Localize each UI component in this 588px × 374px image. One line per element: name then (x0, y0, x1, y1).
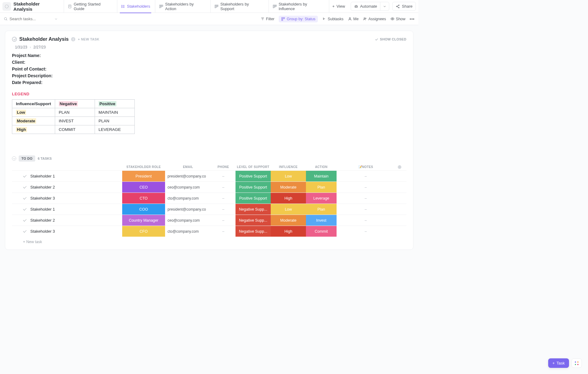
phone-cell[interactable]: – (211, 171, 236, 181)
task-name-cell[interactable]: Stakeholder 1 (12, 171, 122, 181)
me-button[interactable]: Me (348, 17, 359, 21)
group-by-button[interactable]: Group by: Status (279, 16, 318, 22)
table-row[interactable]: Stakeholder 3CFOcto@company.com–Negative… (12, 226, 406, 237)
table-row[interactable]: Stakeholder 2CEOceo@company.com–Positive… (12, 181, 406, 193)
share-button[interactable]: Share (392, 2, 416, 11)
col-action[interactable]: ACTION (306, 163, 337, 170)
more-button[interactable]: ••• (410, 17, 415, 21)
add-view-button[interactable]: + View (329, 0, 348, 13)
email-cell[interactable]: ceo@company.com (165, 215, 211, 226)
influence-tag[interactable]: Moderate (271, 182, 306, 193)
support-tag[interactable]: Positive Support (236, 171, 271, 181)
col-notes[interactable]: 📝NOTES (337, 163, 395, 170)
phone-cell[interactable]: – (211, 204, 236, 215)
task-name-cell[interactable]: Stakeholder 2 (12, 215, 122, 226)
task-name-cell[interactable]: Stakeholder 3 (12, 226, 122, 237)
chevron-down-icon[interactable] (54, 17, 58, 21)
influence-tag[interactable]: High (271, 226, 306, 237)
tab-getting-started[interactable]: Getting Started Guide (64, 0, 116, 13)
group-collapse-icon[interactable] (12, 156, 16, 161)
role-tag[interactable]: President (122, 171, 165, 181)
app-logo-icon[interactable] (2, 2, 11, 11)
action-tag[interactable]: Leverage (306, 193, 337, 204)
new-task-row[interactable]: + New task (12, 237, 406, 245)
table-row[interactable]: Stakeholder 2Country Managerceo@company.… (12, 215, 406, 226)
col-phone[interactable]: PHONE (211, 163, 236, 170)
role-tag[interactable]: CEO (122, 182, 165, 193)
phone-cell[interactable]: – (211, 193, 236, 204)
date-range[interactable]: 1/31/23 › 2/27/23 (15, 45, 406, 49)
check-icon[interactable] (23, 207, 27, 212)
tab-by-influence[interactable]: Stakeholders by Influence (269, 0, 328, 13)
check-icon[interactable] (23, 185, 27, 189)
support-tag[interactable]: Positive Support (236, 193, 271, 204)
support-tag[interactable]: Positive Support (236, 182, 271, 193)
check-icon[interactable] (23, 196, 27, 200)
tab-by-support[interactable]: Stakeholders by Support (210, 0, 267, 13)
col-influence[interactable]: INFLUENCE (271, 163, 306, 170)
influence-tag[interactable]: Low (271, 171, 306, 181)
influence-tag[interactable]: Moderate (271, 215, 306, 226)
tab-by-action[interactable]: Stakeholders by Action (155, 0, 209, 13)
phone-cell[interactable]: – (211, 182, 236, 193)
email-cell[interactable]: president@company.co (165, 204, 211, 215)
col-email[interactable]: EMAIL (165, 163, 211, 170)
table-row[interactable]: Stakeholder 1Presidentpresident@company.… (12, 170, 406, 181)
action-tag[interactable]: Plan (306, 204, 337, 215)
action-tag[interactable]: Commit (306, 226, 337, 237)
col-support[interactable]: LEVEL OF SUPPORT (236, 163, 271, 170)
email-cell[interactable]: cto@company.com (165, 226, 211, 237)
check-icon[interactable] (23, 229, 27, 234)
automate-dropdown[interactable] (380, 2, 389, 11)
info-icon[interactable]: i (71, 37, 75, 41)
table-row[interactable]: Stakeholder 1COOpresident@company.co–Neg… (12, 204, 406, 215)
show-closed-button[interactable]: SHOW CLOSED (375, 37, 406, 41)
email-cell[interactable]: ceo@company.com (165, 182, 211, 193)
email-cell[interactable]: cto@company.com (165, 193, 211, 204)
phone-cell[interactable]: – (211, 215, 236, 226)
status-pill[interactable]: TO DO (19, 155, 35, 162)
role-tag[interactable]: CFO (122, 226, 165, 237)
table-row[interactable]: Stakeholder 3CTOcto@company.com–Positive… (12, 193, 406, 204)
role-tag[interactable]: CTO (122, 193, 165, 204)
search-box[interactable] (4, 17, 65, 21)
action-tag[interactable]: Maintain (306, 171, 337, 181)
support-tag[interactable]: Negative Supp... (236, 226, 271, 237)
svg-rect-34 (284, 17, 285, 19)
add-column-button[interactable]: ⊕ (395, 164, 404, 170)
email-cell[interactable]: president@company.co (165, 171, 211, 181)
action-tag[interactable]: Plan (306, 182, 337, 193)
influence-tag[interactable]: High (271, 193, 306, 204)
search-input[interactable] (9, 17, 52, 21)
tab-label: Stakeholders by Influence (279, 2, 324, 11)
task-name-cell[interactable]: Stakeholder 3 (12, 193, 122, 204)
notes-cell[interactable]: – (337, 215, 395, 226)
support-tag[interactable]: Negative Supp... (236, 215, 271, 226)
check-icon[interactable] (23, 218, 27, 223)
notes-cell[interactable]: – (337, 204, 395, 215)
task-name-cell[interactable]: Stakeholder 1 (12, 204, 122, 215)
role-tag[interactable]: COO (122, 204, 165, 215)
action-tag[interactable]: Invest (306, 215, 337, 226)
filter-button[interactable]: Filter (261, 17, 275, 21)
notes-cell[interactable]: – (337, 193, 395, 204)
notes-cell[interactable]: – (337, 226, 395, 237)
assignees-button[interactable]: Assignees (363, 17, 386, 21)
notes-cell[interactable]: – (337, 171, 395, 181)
col-role[interactable]: STAKEHOLDER ROLE (122, 163, 165, 170)
search-icon (4, 17, 8, 21)
role-tag[interactable]: Country Manager (122, 215, 165, 226)
tab-stakeholders[interactable]: Stakeholders (117, 0, 154, 13)
phone-cell[interactable]: – (211, 226, 236, 237)
influence-tag[interactable]: Low (271, 204, 306, 215)
check-icon[interactable] (23, 174, 27, 178)
task-name-cell[interactable]: Stakeholder 2 (12, 182, 122, 193)
subtasks-button[interactable]: Subtasks (322, 17, 343, 21)
svg-line-27 (397, 6, 399, 7)
support-tag[interactable]: Negative Supp... (236, 204, 271, 215)
show-button[interactable]: Show (390, 17, 405, 21)
new-task-header-button[interactable]: + NEW TASK (78, 37, 99, 41)
automate-button[interactable]: Automate (351, 2, 381, 11)
collapse-toggle-icon[interactable] (12, 37, 17, 42)
notes-cell[interactable]: – (337, 182, 395, 193)
